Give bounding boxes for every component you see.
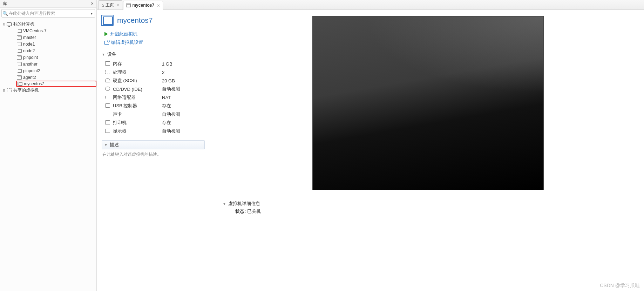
device-value: 存在 [161,102,210,110]
vm-icon [17,69,22,73]
tree-item-label: agent2 [23,75,36,80]
device-name: 打印机 [111,119,161,127]
vm-icon [17,29,22,33]
vm-detail-section: ▼ 虚拟机详细信息 状态: 已关机 [223,201,638,215]
tree-item-label: mycentos7 [24,81,44,86]
tree-label: 我的计算机 [13,21,34,27]
device-value: 20 GB [161,76,210,85]
tree-root-my-computer[interactable]: ⊟ 我的计算机 [2,21,96,27]
device-row[interactable]: 内存1 GB [104,60,210,68]
tree-item-node1[interactable]: node1 [17,41,96,47]
usb-icon [105,103,110,108]
device-value: NAT [161,93,210,102]
tree-item-pinpoint[interactable]: pinpoint [17,54,96,61]
device-row[interactable]: 打印机存在 [104,119,210,127]
tab-label: mycentos7 [132,3,154,8]
library-sidebar: 库 × 🔍 ▾ ⊟ 我的计算机 VMCentos-7masternode1nod… [0,0,97,291]
chevron-down-icon: ▼ [223,202,226,206]
tree-item-label: pinpoint [23,55,38,60]
vm-icon [126,4,131,7]
device-row[interactable]: 处理器2 [104,68,210,76]
device-row[interactable]: 显示器自动检测 [104,127,210,135]
collapse-icon[interactable]: ⊟ [2,22,6,26]
content-row: mycentos7 开启此虚拟机 编辑虚拟机设置 ▼ 设备 内存1 GB处理器2… [97,10,644,291]
device-value: 自动检测 [161,110,210,119]
tab-bar: ⌂ 主页 × mycentos7 × [97,0,644,10]
section-title: 设备 [107,51,116,57]
device-row[interactable]: 网络适配器NAT [104,93,210,102]
vm-title-row: mycentos7 [101,15,206,26]
cd-icon [105,87,110,91]
device-name: 显示器 [111,127,161,135]
close-icon[interactable]: × [89,1,95,7]
expand-icon[interactable]: ⊞ [2,89,6,92]
sidebar-header: 库 × [0,0,96,8]
tree-item-label: node2 [23,48,35,53]
chevron-down-icon: ▼ [102,53,105,56]
edit-vm-settings-link[interactable]: 编辑虚拟机设置 [104,39,206,46]
tree-item-agent2[interactable]: agent2 [17,74,96,81]
status-row: 状态: 已关机 [235,208,638,215]
status-label: 状态: [235,209,246,214]
search-icon: 🔍 [2,11,9,16]
tree-item-mycentos7[interactable]: mycentos7 [16,81,96,87]
tree-item-VMCentos-7[interactable]: VMCentos-7 [17,27,96,34]
shared-vm-icon [6,88,12,93]
section-title: 描述 [110,142,119,148]
description-placeholder-text[interactable]: 在此处键入对该虚拟机的描述。 [102,149,205,160]
device-row[interactable]: 硬盘 (SCSI)20 GB [104,76,210,85]
device-value: 2 [161,68,210,76]
start-vm-link[interactable]: 开启此虚拟机 [104,31,206,37]
device-name: USB 控制器 [111,102,161,110]
vm-icon [17,35,22,40]
vm-icon [17,75,22,80]
tree-item-label: node1 [23,42,35,47]
link-label: 开启此虚拟机 [110,31,137,37]
device-row[interactable]: CD/DVD (IDE)自动检测 [104,85,210,93]
device-name: 网络适配器 [111,93,161,102]
chevron-down-icon[interactable]: ▾ [88,12,95,15]
tab-vm-current[interactable]: mycentos7 × [123,1,163,10]
tree-item-label: another [23,62,38,67]
vm-icon [17,55,22,60]
link-label: 编辑虚拟机设置 [111,39,143,46]
vm-tree: ⊟ 我的计算机 VMCentos-7masternode1node2pinpoi… [0,19,96,95]
tree-root-shared[interactable]: ⊞ 共享的虚拟机 [2,87,96,94]
description-header[interactable]: ▼ 描述 [102,140,205,149]
vm-icon [17,62,22,66]
tab-home[interactable]: ⌂ 主页 × [98,0,122,9]
tree-item-another[interactable]: another [17,61,96,67]
status-value: 已关机 [247,209,261,214]
action-links: 开启此虚拟机 编辑虚拟机设置 [104,31,206,46]
details-pane: mycentos7 开启此虚拟机 编辑虚拟机设置 ▼ 设备 内存1 GB处理器2… [97,10,212,291]
disk-icon [105,78,110,82]
devices-section-header[interactable]: ▼ 设备 [102,51,206,57]
tree-item-label: VMCentos-7 [23,28,47,33]
device-row[interactable]: USB 控制器存在 [104,102,210,110]
vm-screen-preview[interactable] [312,16,544,190]
tree-item-master[interactable]: master [17,34,96,41]
search-input[interactable] [9,11,88,16]
cpu-icon [105,70,110,74]
tree-children: VMCentos-7masternode1node2pinpointanothe… [2,27,96,87]
vm-icon [17,42,22,46]
vm-icon [18,82,22,86]
device-row[interactable]: 声卡自动检测 [104,110,210,119]
device-value: 存在 [161,119,210,127]
detail-section-header[interactable]: ▼ 虚拟机详细信息 [223,201,638,207]
sound-icon [105,112,110,116]
vm-icon [17,49,22,53]
device-name: 内存 [111,60,161,68]
search-box: 🔍 ▾ [1,9,95,18]
tree-item-pinpoint2[interactable]: pinpoint2 [17,67,96,74]
settings-icon [104,41,109,45]
tree-item-label: master [23,35,36,40]
device-value: 自动检测 [161,127,210,135]
home-icon: ⌂ [101,2,104,8]
device-name: 处理器 [111,68,161,76]
close-icon[interactable]: × [117,2,120,8]
net-icon [105,95,110,99]
close-icon[interactable]: × [157,3,160,8]
tree-item-node2[interactable]: node2 [17,47,96,54]
vm-icon [101,15,114,26]
